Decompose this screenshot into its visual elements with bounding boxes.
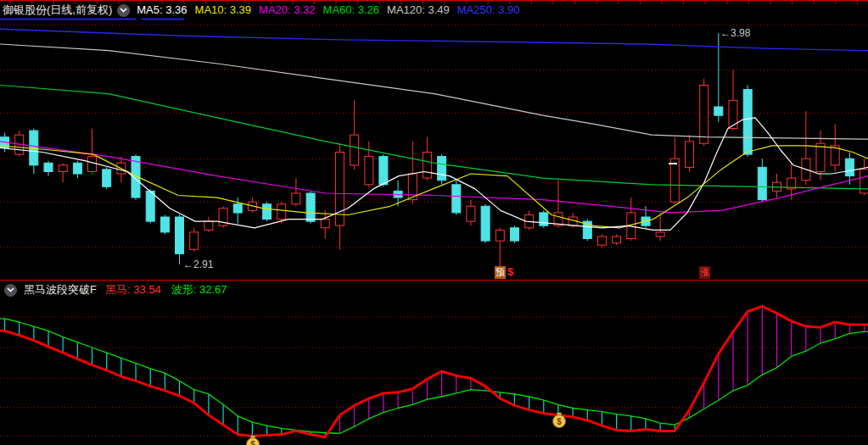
candlestick[interactable] <box>306 191 315 223</box>
candle-body <box>204 221 213 230</box>
candle-body <box>540 213 548 225</box>
candlestick[interactable] <box>438 154 446 185</box>
candlestick[interactable] <box>511 225 519 242</box>
chevron-down-icon <box>120 8 127 13</box>
candle-body <box>277 204 286 220</box>
candle-body <box>481 206 490 241</box>
candle-body <box>423 153 431 179</box>
candle-body <box>496 230 504 241</box>
candlestick[interactable] <box>176 215 184 265</box>
candle-body <box>44 163 53 171</box>
collapse-main-panel-button[interactable] <box>117 4 130 17</box>
chart-canvas[interactable]: $$ <box>0 0 868 445</box>
candle-body <box>321 220 329 228</box>
candle-body <box>176 217 184 253</box>
candle-body <box>700 86 708 144</box>
candlestick[interactable] <box>44 161 53 176</box>
price-dash-marker <box>669 163 677 164</box>
candlestick[interactable] <box>481 204 490 243</box>
stock-chart-app: $$ 御银股份(日线,前复权) MA5: 3.36 MA10: 3.39 MA2… <box>0 0 868 445</box>
indicator-line-黑马 <box>0 306 868 437</box>
page-title: 御银股份(日线,前复权) <box>3 3 112 17</box>
candle-body <box>656 232 664 236</box>
ma10-legend: MA10: 3.39 <box>195 3 252 17</box>
candlestick[interactable] <box>204 217 213 232</box>
indicator-value-boxing: 波形: 32.67 <box>171 283 227 297</box>
candlestick[interactable] <box>700 79 708 146</box>
candlestick[interactable] <box>350 100 359 170</box>
candle-body <box>467 206 475 221</box>
candlestick[interactable] <box>263 202 272 221</box>
candle-body <box>598 236 607 245</box>
indicator-value-heima: 黑马: 33.54 <box>105 283 161 297</box>
indicator-name: 黑马波段突破F <box>24 283 97 297</box>
candle-body <box>452 185 461 213</box>
ma120-legend: MA120: 3.49 <box>387 3 450 17</box>
candlestick[interactable] <box>613 234 621 245</box>
candlestick[interactable] <box>802 111 810 185</box>
chevron-down-icon <box>7 287 14 292</box>
ma-line-MA120 <box>0 44 868 139</box>
candle-body <box>845 159 854 175</box>
candlestick[interactable] <box>729 70 737 131</box>
candlestick[interactable] <box>423 137 431 181</box>
candle-body <box>365 157 373 185</box>
candle-body <box>438 157 446 181</box>
candlestick[interactable] <box>554 181 563 228</box>
indicator-header: 黑马波段突破F 黑马: 33.54 波形: 32.67 <box>4 283 237 297</box>
candle-body <box>379 157 388 185</box>
candlestick[interactable] <box>686 135 694 171</box>
candlestick[interactable] <box>758 159 766 202</box>
ma5-legend: MA5: 3.36 <box>137 3 187 17</box>
candle-body <box>729 100 737 128</box>
candle-body <box>714 107 723 115</box>
candle-body <box>292 193 300 204</box>
main-chart-header: 御银股份(日线,前复权) MA5: 3.36 MA10: 3.39 MA20: … <box>3 3 527 18</box>
candlestick[interactable] <box>627 197 636 241</box>
candlestick[interactable] <box>670 137 679 204</box>
candlestick[interactable] <box>598 234 607 247</box>
candlestick[interactable] <box>190 228 199 252</box>
candlestick[interactable] <box>467 200 475 226</box>
ma250-legend: MA250: 3.90 <box>457 3 520 17</box>
candlestick[interactable] <box>540 210 548 227</box>
candle-body <box>103 170 111 186</box>
candlestick[interactable] <box>525 210 534 230</box>
candlestick[interactable] <box>59 163 67 182</box>
candlestick[interactable] <box>335 143 344 249</box>
candlestick[interactable] <box>103 167 111 189</box>
candle-body <box>146 191 154 221</box>
svg-text:$: $ <box>557 417 562 426</box>
candle-body <box>686 142 694 168</box>
candlestick[interactable] <box>88 129 97 175</box>
svg-text:$: $ <box>250 440 255 445</box>
candle-body <box>511 228 519 241</box>
candle-body <box>73 163 81 174</box>
candle-body <box>306 193 315 221</box>
candle-body <box>88 157 97 172</box>
candlestick[interactable] <box>452 181 461 215</box>
candle-body <box>860 170 868 193</box>
candlestick[interactable] <box>292 178 300 206</box>
candlestick[interactable] <box>773 174 781 197</box>
candle-body <box>743 90 752 155</box>
candle-body <box>233 204 242 213</box>
alert-badge-zhang[interactable]: 涨 <box>699 266 710 279</box>
ma-line-MA20 <box>0 142 868 213</box>
candle-body <box>190 232 199 249</box>
candle-body <box>160 217 169 232</box>
candlestick[interactable] <box>160 215 169 235</box>
collapse-indicator-panel-button[interactable] <box>4 284 17 297</box>
candlestick[interactable] <box>583 220 591 242</box>
dollar-signal-icon[interactable]: $ <box>507 266 513 277</box>
ma20-legend: MA20: 3.32 <box>259 3 316 17</box>
candlestick[interactable] <box>73 161 81 178</box>
candlestick[interactable] <box>365 142 373 187</box>
candle-body <box>758 167 766 199</box>
alert-badge-yu[interactable]: 预 <box>495 266 506 279</box>
candlestick[interactable] <box>743 86 752 157</box>
candlestick[interactable] <box>321 210 329 238</box>
candle-body <box>350 135 359 165</box>
candlestick[interactable] <box>219 206 227 227</box>
candle-body <box>263 204 272 220</box>
